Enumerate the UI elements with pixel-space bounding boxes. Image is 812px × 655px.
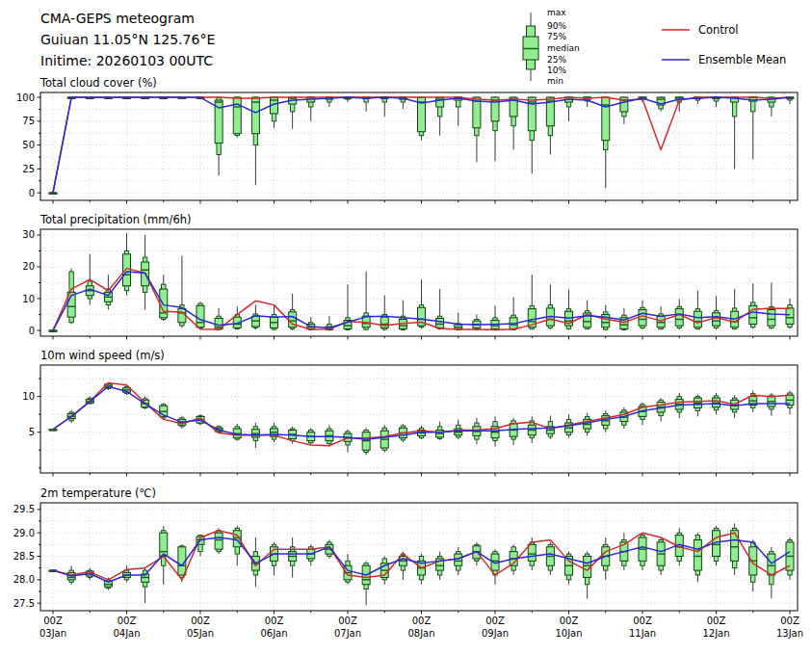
- box-whisker-group: [49, 430, 57, 431]
- box-whisker-group: [271, 423, 278, 442]
- panel-frame: [40, 365, 798, 473]
- y-tick-label: 75: [22, 116, 35, 126]
- box-whisker-group: [528, 416, 536, 442]
- box-whisker-group: [786, 537, 794, 580]
- x-tick-label: 04Jan: [113, 628, 140, 639]
- y-tick-label: 20: [22, 261, 35, 272]
- box-whisker-group: [694, 533, 701, 582]
- y-tick-label: 28.5: [13, 551, 35, 562]
- box-whisker-group: [307, 544, 315, 565]
- box-whisker-group: [510, 418, 517, 445]
- box-whisker-group: [436, 289, 444, 329]
- box-whisker-group: [233, 306, 241, 329]
- box-whisker-group: [399, 301, 406, 330]
- legend-box-label: median: [547, 43, 580, 53]
- box-whisker-group: [768, 283, 775, 330]
- y-tick-label: 25: [22, 164, 35, 174]
- box-whisker-group: [233, 424, 241, 441]
- gridlines: [40, 365, 798, 473]
- box-whisker-group: [344, 554, 352, 585]
- x-tick-label: 00Z: [118, 616, 137, 626]
- x-tick-label: 05Jan: [187, 628, 214, 639]
- box-whisker-group: [196, 301, 204, 329]
- box-whisker-group: [436, 97, 444, 136]
- box-whisker-group: [436, 552, 444, 580]
- x-tick-label: 00Z: [43, 616, 63, 626]
- box-whisker-group: [602, 537, 610, 580]
- box-whisker-group: [639, 403, 646, 426]
- box-whisker-group: [215, 97, 223, 175]
- x-tick-label: 00Z: [412, 616, 432, 626]
- box-whisker-group: [491, 549, 499, 585]
- box-whisker-group: [713, 526, 720, 565]
- y-tick-label: 29.0: [13, 528, 35, 538]
- box-whisker-group: [251, 97, 259, 185]
- y-tick-label: 5: [29, 427, 35, 437]
- x-tick-label: 00Z: [707, 616, 726, 626]
- box-whisker-group: [362, 428, 370, 455]
- box-whisker-group: [786, 299, 794, 328]
- box-whisker-group: [749, 283, 757, 328]
- x-tick-label: 00Z: [485, 616, 505, 626]
- meteogram-chart: 0255075100010203051027.528.028.529.029.5…: [0, 0, 812, 655]
- box-whisker-group: [271, 97, 278, 128]
- box-whisker-group: [49, 330, 57, 331]
- box-whisker-group: [380, 557, 388, 585]
- y-tick-label: 0: [29, 326, 35, 336]
- box-whisker-group: [731, 97, 739, 169]
- box-whisker-group: [362, 561, 370, 605]
- x-tick-label: 06Jan: [260, 628, 287, 639]
- box-whisker-group: [142, 568, 149, 604]
- x-tick-label: 08Jan: [407, 628, 434, 639]
- x-tick-label: 11Jan: [629, 628, 656, 639]
- box-whisker-group: [233, 526, 241, 565]
- box-whisker-group: [786, 391, 794, 414]
- x-tick-label: 12Jan: [702, 628, 729, 639]
- box-whisker-group: [546, 97, 554, 154]
- x-tick-label: 00Z: [780, 616, 799, 626]
- box-whisker-group: [546, 284, 554, 329]
- x-tick-label: 00Z: [633, 616, 652, 626]
- box-whisker-group: [546, 542, 554, 575]
- legend-box-label: 25%: [547, 55, 566, 65]
- box-whisker-group: [713, 296, 720, 329]
- box-whisker-group: [289, 537, 297, 577]
- box-whisker-group: [344, 430, 352, 453]
- box-whisker-group: [271, 542, 278, 575]
- box-whisker-group: [731, 523, 739, 575]
- box-whisker-group: [657, 537, 665, 575]
- box-whisker-group: [694, 291, 701, 330]
- x-tick-label: 03Jan: [39, 628, 66, 639]
- y-tick-label: 10: [22, 294, 35, 304]
- box-whisker-group: [584, 413, 591, 436]
- box-whisker-group: [731, 289, 739, 329]
- x-tick-label: 07Jan: [334, 628, 361, 639]
- box-whisker-group: [455, 97, 462, 126]
- box-whisker-group: [380, 425, 388, 452]
- box-whisker-group: [639, 533, 646, 570]
- box-whisker-group: [491, 305, 499, 330]
- box-whisker-group: [749, 391, 757, 412]
- panel-temperature-2m: 27.528.028.529.029.5: [13, 503, 798, 615]
- legend-box-glyph: max90%75%median25%10%min: [523, 8, 580, 86]
- x-axis-labels: 00Z03Jan00Z04Jan00Z05Jan00Z06Jan00Z07Jan…: [39, 616, 803, 639]
- y-tick-label: 30: [22, 229, 35, 240]
- x-tick-label: 00Z: [191, 616, 210, 626]
- x-tick-label: 00Z: [338, 616, 357, 626]
- box-whisker-group: [602, 97, 610, 188]
- box-whisker-group: [510, 97, 517, 150]
- box-whisker-group: [657, 398, 665, 421]
- y-tick-label: 28.0: [13, 574, 35, 585]
- box-whisker-group: [49, 193, 57, 194]
- legend-box-label: max: [547, 8, 566, 17]
- box-whisker-group: [455, 313, 462, 330]
- box-whisker-group: [528, 275, 536, 329]
- x-tick-label: 00Z: [560, 616, 579, 626]
- panel-wind-speed-10m: 510: [22, 365, 798, 477]
- box-whisker-group: [528, 97, 536, 173]
- box-whisker-group: [362, 272, 370, 330]
- box-whisker-group: [491, 97, 499, 161]
- legend-box-label: 10%: [547, 66, 566, 75]
- panel-total-cloud-cover: 0255075100: [16, 92, 798, 204]
- legend-box-label: min: [547, 76, 563, 86]
